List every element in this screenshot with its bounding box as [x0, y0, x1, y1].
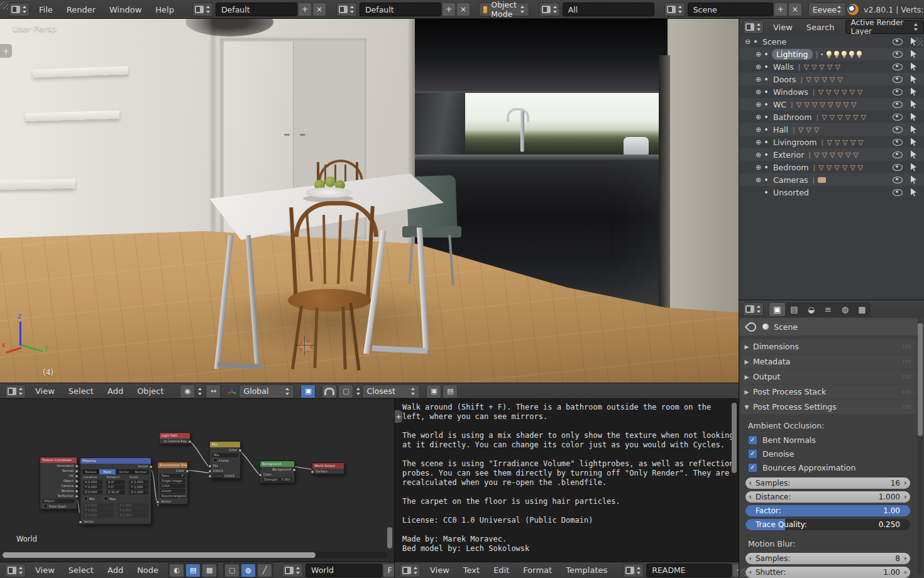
outliner-row-lighting[interactable]: ⊕Lighting| [739, 48, 924, 60]
hide-eye-icon[interactable] [893, 89, 903, 95]
collection-label[interactable]: Unsorted [772, 187, 810, 198]
selectable-cursor-icon[interactable] [911, 63, 916, 71]
collection-label[interactable]: Windows [772, 87, 810, 97]
menu-text[interactable]: Text [456, 565, 487, 575]
hide-eye-icon[interactable] [893, 177, 903, 183]
remove-layout-button[interactable]: × [456, 3, 470, 16]
h-scrollbar-thumb[interactable] [3, 552, 316, 558]
collection-label[interactable]: WC [772, 99, 788, 110]
outliner-row-cameras[interactable]: ⊕Cameras| [739, 173, 924, 186]
hide-eye-icon[interactable] [893, 189, 903, 196]
editor-type-button-text[interactable] [400, 564, 421, 577]
selectable-cursor-icon[interactable] [911, 151, 916, 159]
outliner-row-doors[interactable]: ⊕Doors|▽▽▽▽▽ [739, 73, 924, 85]
add-workspace-button[interactable]: + [298, 3, 312, 16]
expand-toggle[interactable]: ⊖ [743, 38, 752, 46]
hide-eye-icon[interactable] [893, 114, 903, 121]
panel-grip-icon[interactable]: ∷∷ [903, 389, 911, 395]
menu-render[interactable]: Render [60, 5, 102, 14]
checkbox-icon[interactable] [213, 458, 217, 462]
collection-label[interactable]: Doors [772, 74, 798, 85]
menu-window[interactable]: Window [102, 5, 148, 14]
selectable-cursor-icon[interactable] [911, 188, 916, 197]
tab-world-icon[interactable]: ◍ [837, 303, 853, 316]
node-mapping[interactable]: Mapping Vector TexturePointVectorNormal … [80, 457, 151, 525]
tab-texture-icon[interactable]: ▩ [854, 303, 870, 316]
expand-toggle[interactable]: ⊕ [754, 138, 763, 146]
collection-label[interactable]: Hall [772, 124, 789, 135]
snap-target-dropdown[interactable]: Closest [362, 384, 420, 398]
v-scrollbar-thumb[interactable] [387, 527, 392, 548]
panel-metadata[interactable]: ▶Metadata∷∷ [740, 354, 916, 369]
3d-viewport[interactable]: User Persp + z y x (4) [0, 19, 739, 383]
scene-type-button[interactable] [664, 3, 685, 16]
tab-scene-icon[interactable]: ◒ [803, 303, 819, 316]
mb-shutter-slider[interactable]: Shutter:1.00 [745, 567, 910, 578]
checkbox-icon[interactable] [84, 496, 88, 501]
hide-eye-icon[interactable] [893, 101, 903, 108]
corner-grip[interactable] [0, 1, 8, 9]
outliner-row-unsorted[interactable]: Unsorted [739, 186, 924, 199]
node-environment-texture[interactable]: Environment Texture Color PanoF Single I… [157, 462, 188, 504]
selectable-cursor-icon[interactable] [911, 113, 916, 121]
text-editor[interactable]: Walk around (Shift + F). There is a bath… [395, 399, 739, 562]
hide-eye-icon[interactable] [893, 126, 903, 133]
menu-select[interactable]: Select [62, 386, 101, 396]
menu-node[interactable]: Node [130, 565, 165, 575]
panel-post-process-stack[interactable]: ▶Post Process Stack∷∷ [740, 384, 916, 399]
tab-output-icon[interactable]: ▤ [786, 303, 802, 316]
node-world-output[interactable]: World Output Surface [312, 462, 344, 474]
expand-toggle[interactable]: ⊕ [754, 63, 763, 71]
corner-grip[interactable] [915, 38, 923, 46]
shader-node-editor[interactable]: Light Path Is Camera Ray Texture Coordin… [0, 399, 395, 562]
layout-field[interactable]: Default [360, 3, 441, 16]
editor-type-button-node[interactable] [5, 564, 26, 577]
properties-scrollbar-track[interactable] [918, 320, 923, 574]
menu-select[interactable]: Select [62, 565, 101, 575]
snap-magnet-button[interactable] [322, 384, 337, 398]
expand-toggle[interactable]: ⊕ [754, 126, 763, 134]
outliner-row-exterior[interactable]: ⊕Exterior|▽▽▽▽▽▽ [739, 148, 924, 161]
selectable-cursor-icon[interactable] [911, 176, 916, 184]
render-engine-dropdown[interactable]: Eevee [808, 3, 846, 16]
snap-with-button[interactable]: ▢ [338, 384, 353, 398]
ao-distance-slider[interactable]: Distance:1.000 [745, 491, 910, 503]
panel-dimensions[interactable]: ▶Dimensions∷∷ [740, 339, 916, 354]
expand-toggle[interactable]: ⊕ [754, 113, 763, 121]
selectable-cursor-icon[interactable] [911, 50, 916, 58]
orientation-dropdown[interactable]: Global [239, 384, 294, 398]
node-background[interactable]: Background Background Color Strength0.35… [260, 461, 295, 483]
shader-context-object-icon[interactable]: ▢ [224, 564, 239, 577]
denoise-checkbox[interactable]: ✓Denoise [748, 449, 795, 459]
shader-type-nodetree-icon[interactable]: ▤ [185, 564, 201, 577]
shader-type-material-icon[interactable]: ◐ [169, 564, 184, 577]
expand-toggle[interactable]: ⊕ [754, 176, 763, 184]
text-name-field[interactable]: README [646, 564, 732, 577]
view-layer-field[interactable]: All [563, 3, 654, 16]
selectable-cursor-icon[interactable] [911, 101, 916, 109]
hide-eye-icon[interactable] [893, 139, 903, 146]
properties-editor[interactable]: ▣ ▤ ◒ ≡ ◍ ▩ Scene ▶Dimensions∷∷ ▶Metadat… [739, 300, 924, 578]
node-texture-coordinate[interactable]: Texture Coordinate Generated Normal UV O… [40, 457, 77, 510]
node-light-path[interactable]: Light Path Is Camera Ray [159, 432, 190, 444]
sidebar-expand-flap[interactable]: + [0, 44, 12, 58]
expand-toggle[interactable]: ⊕ [754, 75, 763, 84]
collection-label[interactable]: Lighting [772, 49, 813, 60]
collection-label[interactable]: Cameras [772, 175, 810, 185]
panel-grip-icon[interactable]: ∷∷ [903, 404, 911, 410]
mb-samples-slider[interactable]: Samples:8 [745, 553, 910, 564]
ao-trace-quality-slider[interactable]: Trace Quality:0.250 [745, 519, 910, 530]
menu-help[interactable]: Help [148, 5, 181, 14]
tab-render-icon[interactable]: ▣ [769, 303, 785, 316]
shader-context-linestyle-icon[interactable]: ╱ [257, 564, 272, 577]
outliner[interactable]: View Search Active Render Layer ⊖Scene⊕L… [739, 19, 924, 300]
expand-toggle[interactable]: ⊕ [754, 50, 763, 58]
remove-workspace-button[interactable]: × [312, 3, 326, 16]
menu-format[interactable]: Format [516, 565, 559, 575]
collection-label[interactable]: Livingroom [772, 137, 818, 148]
world-datablock-button[interactable] [282, 564, 303, 577]
outliner-row-wc[interactable]: ⊕WC|▽▽▽▽▽▽▽▽ [739, 98, 924, 111]
panel-output[interactable]: ▶Output∷∷ [740, 369, 916, 384]
selectable-cursor-icon[interactable] [911, 163, 916, 172]
menu-view[interactable]: View [766, 23, 800, 32]
